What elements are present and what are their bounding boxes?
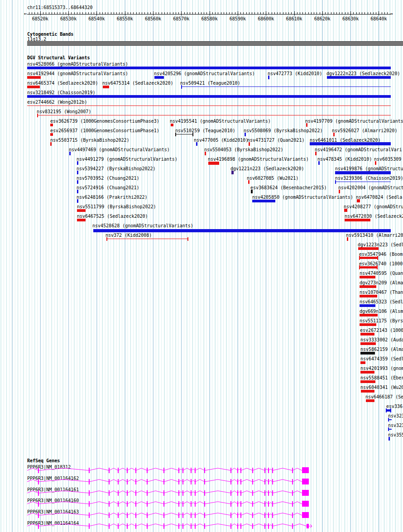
variant-label[interactable]: nsv6465323 (Sedl <box>360 299 403 304</box>
variant-glyph[interactable] <box>377 265 378 269</box>
variant-glyph[interactable] <box>93 229 391 232</box>
variant-label[interactable]: dgv669n106 (Alsm <box>360 309 403 314</box>
variant-label[interactable]: nsv6035309 <box>374 157 401 162</box>
variant-glyph[interactable] <box>306 123 307 127</box>
gene-model[interactable] <box>0 498 403 510</box>
variant-glyph[interactable] <box>251 190 253 193</box>
variant-label[interactable]: nsv4192944 (gnomADStructuralVariants) <box>27 71 128 76</box>
variant-glyph[interactable] <box>359 265 360 269</box>
variant-glyph[interactable] <box>339 190 340 193</box>
variant-glyph[interactable] <box>360 361 365 364</box>
variant-label[interactable]: nsv5511799 (ByrskaBishop2022) <box>77 204 156 209</box>
variant-label[interactable]: esv3626739 (1000GenomesConsortiumPhase3) <box>50 119 159 124</box>
variant-glyph[interactable] <box>360 285 376 288</box>
variant-glyph[interactable] <box>77 171 78 174</box>
variant-glyph[interactable] <box>345 219 370 221</box>
variant-label[interactable]: nsv6467525 (Sedlazeck2020) <box>77 214 148 219</box>
variant-glyph[interactable] <box>106 237 107 241</box>
variant-glyph[interactable] <box>245 133 246 136</box>
variant-label[interactable]: nsv4528628 (gnomADStructuralVariants) <box>92 223 193 228</box>
variant-glyph[interactable] <box>335 180 336 184</box>
variant-glyph[interactable] <box>208 162 219 165</box>
variant-glyph[interactable] <box>359 256 360 260</box>
variant-glyph[interactable] <box>231 171 234 174</box>
variant-glyph[interactable] <box>196 142 197 146</box>
variant-glyph[interactable] <box>389 429 392 430</box>
variant-glyph[interactable] <box>347 237 348 241</box>
variant-label[interactable]: esv3683624 (Besenbacher2015) <box>250 185 327 190</box>
variant-glyph[interactable] <box>360 304 375 307</box>
variant-label[interactable]: dgv1223n223 (Sedl <box>358 242 403 247</box>
variant-label[interactable]: nsv4491279 (gnomADStructuralVariants) <box>77 157 178 162</box>
gene-model[interactable] <box>0 476 403 488</box>
variant-label[interactable]: nsv6040341 (Wu20 <box>360 385 403 390</box>
variant-glyph[interactable] <box>27 67 391 69</box>
variant-glyph[interactable] <box>106 239 188 239</box>
variant-label[interactable]: nsv355 <box>388 432 403 437</box>
variant-label[interactable]: nsv4196898 (gnomADStructuralVariants) <box>208 157 309 162</box>
variant-glyph[interactable] <box>357 199 360 202</box>
variant-label[interactable]: nsv3218492 (Chaisson2019) <box>27 90 96 95</box>
variant-glyph[interactable] <box>27 95 391 98</box>
variant-label[interactable]: nsv510259 (Teague2010) <box>175 128 235 133</box>
variant-glyph[interactable] <box>77 161 78 165</box>
variant-glyph[interactable] <box>360 314 378 316</box>
variant-glyph[interactable] <box>249 142 250 146</box>
variant-label[interactable]: nsv5862159 (Alma <box>360 347 403 352</box>
variant-glyph[interactable] <box>77 190 78 193</box>
variant-glyph[interactable] <box>37 115 391 115</box>
variant-label[interactable]: nsv323 <box>388 413 403 418</box>
variant-label[interactable]: nsv4205850 (gnomADStructuralVariants) <box>252 195 353 200</box>
variant-glyph[interactable] <box>181 86 391 87</box>
variant-label[interactable]: nsv5503715 (ByrskaBishop2022) <box>50 138 130 143</box>
variant-glyph[interactable] <box>103 86 109 88</box>
variant-label[interactable]: dgv1221n223 (Sedlazeck2020) <box>230 166 304 171</box>
variant-label[interactable]: nsv5926027 (Almarri2020) <box>332 128 398 133</box>
variant-label[interactable]: nsv4731727 (Quan2021) <box>247 138 304 143</box>
variant-label[interactable]: nsv832195 (Wong2007) <box>37 109 91 114</box>
variant-label[interactable]: nsv478345 (Kidd2010) <box>317 157 372 162</box>
variant-label[interactable]: nsv6466187 (Se <box>365 394 403 399</box>
variant-glyph[interactable] <box>77 180 78 184</box>
variant-glyph[interactable] <box>360 333 374 335</box>
variant-label[interactable]: nsv4528066 (gnomADStructuralVariants) <box>27 62 128 67</box>
variant-glyph[interactable] <box>390 408 391 412</box>
variant-glyph[interactable] <box>360 323 376 326</box>
variant-glyph[interactable] <box>375 161 376 165</box>
variant-label[interactable]: nsv472773 (Kidd2010) <box>268 71 322 76</box>
variant-glyph[interactable] <box>50 124 53 126</box>
genome-browser-panel[interactable]: chr11:68515373..68644320 ←→68520k68530k6… <box>0 0 403 532</box>
variant-label[interactable]: dgv273n209 (Alma <box>360 280 403 285</box>
variant-glyph[interactable] <box>252 200 275 202</box>
variant-label[interactable]: esv2744662 (Wong2012b) <box>27 100 87 105</box>
variant-label[interactable]: nsv4497469 (gnomADStructuralVariants) <box>69 147 170 152</box>
variant-glyph[interactable] <box>50 142 52 146</box>
variant-label[interactable]: nsv5913410 (Almarri20 <box>346 233 403 238</box>
variant-glyph[interactable] <box>359 257 378 259</box>
variant-label[interactable]: nsv3333002 (Auda <box>360 337 403 342</box>
variant-glyph[interactable] <box>360 371 374 374</box>
variant-label[interactable]: nsv5511175 (Byrs <box>360 318 403 323</box>
variant-glyph[interactable] <box>175 133 176 136</box>
variant-label[interactable]: nsv6027085 (Wu2021) <box>247 176 298 181</box>
variant-label[interactable]: nsv3239306 (Chaisson2019) <box>335 176 403 181</box>
variant-glyph[interactable] <box>344 209 347 212</box>
variant-glyph[interactable] <box>389 437 390 441</box>
variant-glyph[interactable] <box>187 237 188 241</box>
variant-label[interactable]: nsv1070467 (Than <box>360 290 403 295</box>
variant-glyph[interactable] <box>171 124 173 126</box>
variant-glyph[interactable] <box>333 133 335 136</box>
variant-glyph[interactable] <box>360 380 375 383</box>
variant-label[interactable]: nsv5703952 (Chuang2021) <box>77 176 139 181</box>
variant-label[interactable]: nsv5724916 (Chuang2021) <box>77 185 139 190</box>
variant-label[interactable]: nsv6472030 (Sedlazeck2 <box>345 214 403 219</box>
variant-label[interactable]: nsv4208277 (gnomADStru <box>344 204 403 209</box>
gene-model[interactable] <box>0 465 403 476</box>
variant-glyph[interactable] <box>27 105 391 106</box>
variant-glyph[interactable] <box>359 266 378 268</box>
variant-glyph[interactable] <box>327 76 391 79</box>
variant-glyph[interactable] <box>27 86 40 88</box>
variant-glyph[interactable] <box>361 390 374 393</box>
variant-glyph[interactable] <box>360 295 377 297</box>
variant-label[interactable]: nsv5394227 (ByrskaBishop2022) <box>77 166 156 171</box>
